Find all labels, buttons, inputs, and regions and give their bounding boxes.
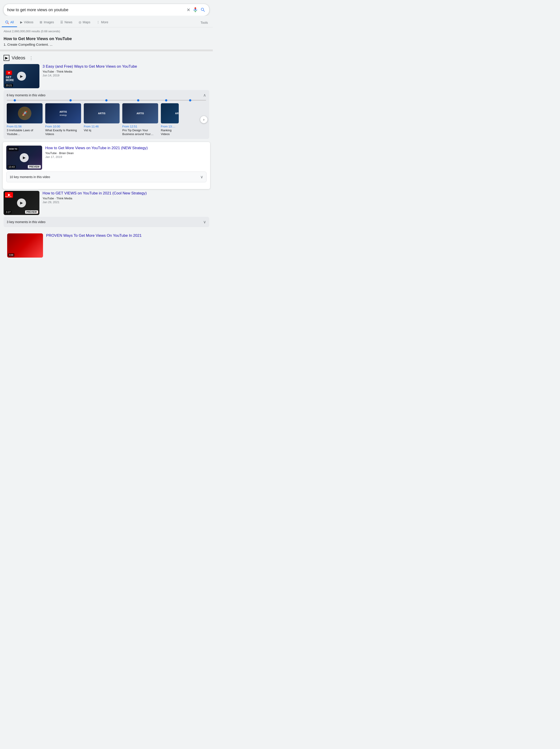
results-info: About 2,660,000,000 results (0.68 second…	[0, 27, 213, 34]
tab-images-label: Images	[44, 20, 54, 24]
video-info-3: How to GET VIEWS on YouTube in 2021 (Coo…	[43, 191, 209, 204]
video-channel-1: Think Media	[57, 70, 72, 73]
last-result-title[interactable]: PROVEN Ways To Get More Views On YouTube…	[46, 233, 206, 238]
play-button-2[interactable]: ▶	[20, 153, 29, 162]
videos-section-more-icon[interactable]: ⋮	[29, 55, 34, 61]
search-icon[interactable]	[200, 7, 206, 13]
tab-maps-label: Maps	[83, 20, 90, 24]
tab-news[interactable]: ☰ News	[57, 18, 76, 27]
video-result-2: HOW TO 13:43 PREVIEW ▶ How to Get More V…	[3, 142, 210, 189]
search-bar-container: ✕	[0, 0, 213, 16]
video-thumb-2[interactable]: HOW TO 13:43 PREVIEW ▶	[6, 146, 42, 170]
video-duration-2: 13:43	[7, 165, 16, 168]
moment-label-1-3: Vid Iq	[84, 129, 120, 132]
moment-1-4[interactable]: ARTIS From 12:51 Pro Tip Design Your Bus…	[122, 103, 158, 136]
video-date-3: Jan 29, 2021	[43, 200, 209, 204]
thumb-text-1: GETMORE	[6, 76, 14, 82]
yt-logo-1	[6, 70, 12, 75]
moment-1-2[interactable]: ARTISstrategy From 10:00 What Exactly Is…	[45, 103, 81, 136]
featured-item-1: 1. Create Compelling Content. ...	[4, 43, 209, 46]
key-moments-chevron-2[interactable]: ∨	[200, 174, 203, 179]
tab-videos-label: Videos	[24, 20, 34, 24]
svg-text:Tube: Tube	[8, 196, 12, 197]
key-moments-thumbs-1: 🚀 From 01:56 3 Irrefutable Laws of Youtu…	[7, 103, 206, 136]
video-thumb-3[interactable]: You Tube ↗ 3:27 PREVIEW ▶	[4, 191, 39, 215]
video-info-2: How to Get More Views on YouTube in 2021…	[45, 146, 207, 158]
clear-icon[interactable]: ✕	[187, 7, 190, 13]
video-source-1: YouTube	[43, 70, 54, 73]
last-result: 3:44 PROVEN Ways To Get More Views On Yo…	[4, 230, 209, 262]
moment-label-1-5: Ranking Videos	[161, 129, 179, 136]
moment-label-1-1: 3 Irrefutable Laws of Youtube…	[7, 129, 43, 136]
video-date-2: Jan 17, 2019	[45, 155, 207, 158]
progress-dots-1	[7, 100, 206, 101]
video-source-2: YouTube	[45, 151, 57, 155]
play-button-3[interactable]: ▶	[17, 198, 26, 208]
moment-label-1-2: What Exactly Is Ranking Videos	[45, 129, 81, 136]
video-channel-2: Brian Dean	[59, 151, 74, 155]
moment-1-5[interactable]: ARTIS From 13:… Ranking Videos	[161, 103, 179, 136]
tab-videos[interactable]: ▶ Videos	[17, 18, 37, 27]
featured-snippet: How to Get More Views on YouTube 1. Crea…	[0, 34, 213, 49]
video-thumb-1[interactable]: GETMORE 20:21 ▶	[4, 64, 39, 88]
video-duration-3: 3:27	[5, 211, 12, 214]
video-title-1[interactable]: 3 Easy (and Free) Ways to Get More Views…	[43, 64, 209, 69]
more-tab-icon: ⋮	[96, 20, 100, 24]
video-duration-1: 20:21	[5, 84, 13, 87]
video-source-3: YouTube	[43, 197, 54, 200]
key-moments-2[interactable]: 10 key moments in this video ∨	[6, 172, 207, 182]
videos-section-icon: ▶	[4, 55, 9, 61]
video-result-3: You Tube ↗ 3:27 PREVIEW ▶ How to GET VIE…	[4, 191, 209, 227]
mic-icon[interactable]	[192, 7, 198, 13]
moment-time-1-3[interactable]: From 11:46	[84, 125, 120, 128]
moment-1-3[interactable]: ARTIS From 11:46 Vid Iq	[84, 103, 120, 136]
tab-more[interactable]: ⋮ More	[93, 18, 111, 27]
key-moments-chevron-1[interactable]: ∧	[203, 93, 206, 98]
tab-more-label: More	[101, 20, 108, 24]
yt-logo-3: You Tube	[5, 192, 13, 198]
moment-label-1-4: Pro Tip Design Your Business around Your…	[122, 129, 158, 136]
svg-text:You: You	[5, 196, 8, 197]
moment-1-1[interactable]: 🚀 From 01:56 3 Irrefutable Laws of Youtu…	[7, 103, 43, 136]
preview-badge-3: PREVIEW	[25, 210, 38, 214]
videos-header: ▶ Videos ⋮	[4, 55, 209, 61]
moment-time-1-2[interactable]: From 10:00	[45, 125, 81, 128]
search-bar: ✕	[4, 4, 209, 16]
moments-next-arrow-1[interactable]: ›	[200, 116, 208, 123]
video-thumb-last[interactable]: 3:44	[7, 233, 43, 258]
video-title-3[interactable]: How to GET VIEWS on YouTube in 2021 (Coo…	[43, 191, 209, 196]
tab-all[interactable]: All	[2, 18, 17, 27]
tools-button[interactable]: Tools	[197, 19, 211, 27]
moment-time-1-1[interactable]: From 01:56	[7, 125, 43, 128]
video-date-1: Jun 14, 2019	[43, 74, 209, 77]
search-input[interactable]	[7, 7, 185, 12]
section-divider	[0, 49, 213, 51]
featured-title: How to Get More Views on YouTube	[4, 37, 209, 41]
moment-time-1-5[interactable]: From 13:…	[161, 125, 179, 128]
video-meta-1: YouTube · Think Media	[43, 70, 209, 73]
tab-maps[interactable]: ◎ Maps	[76, 18, 93, 27]
svg-line-1	[7, 23, 9, 24]
video-channel-3: Think Media	[57, 197, 72, 200]
moment-time-1-4[interactable]: From 12:51	[122, 125, 158, 128]
video-meta-3: YouTube · Think Media	[43, 197, 209, 200]
tab-news-label: News	[65, 20, 72, 24]
key-moments-label-3: 3 key moments in this video	[7, 220, 45, 224]
key-moments-label-2: 10 key moments in this video	[9, 175, 50, 179]
video-info-last: PROVEN Ways To Get More Views On YouTube…	[46, 233, 206, 238]
news-tab-icon: ☰	[60, 20, 63, 24]
video-title-2[interactable]: How to Get More Views on YouTube in 2021…	[45, 146, 207, 151]
nav-tabs: All ▶ Videos ⊞ Images ☰ News ◎ Maps ⋮ Mo…	[0, 16, 213, 27]
video-result-1: GETMORE 20:21 ▶ 3 Easy (and Free) Ways t…	[4, 64, 209, 139]
preview-badge-2: PREVIEW	[28, 165, 41, 168]
key-moments-chevron-3[interactable]: ∨	[203, 219, 206, 224]
videos-section: ▶ Videos ⋮ GETMORE 20:21 ▶ 3 Easy (and F…	[0, 51, 213, 262]
key-moments-3[interactable]: 3 key moments in this video ∨	[4, 217, 209, 227]
video-meta-2: YouTube · Brian Dean	[45, 151, 207, 155]
images-tab-icon: ⊞	[40, 20, 42, 24]
tab-images[interactable]: ⊞ Images	[37, 18, 57, 27]
play-button-1[interactable]: ▶	[17, 72, 26, 81]
key-moments-label-1: 6 key moments in this video	[7, 93, 45, 97]
tab-all-label: All	[10, 20, 14, 24]
key-moments-1[interactable]: 6 key moments in this video ∧	[4, 90, 209, 139]
